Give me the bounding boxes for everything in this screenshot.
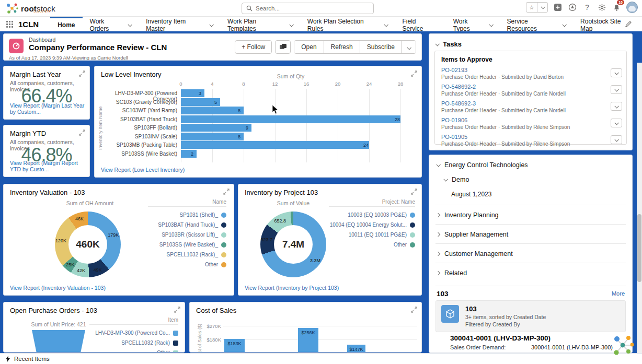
record-title[interactable]: 300041-0001 (LHV-D3-MP-300) xyxy=(450,334,551,342)
legend-entry[interactable]: SP103BAT (Hand Truck)_ xyxy=(148,220,226,230)
scrollbar-thumb[interactable] xyxy=(637,214,641,282)
refresh-button[interactable]: Refresh xyxy=(324,41,360,53)
legend-entry[interactable]: Other xyxy=(89,348,178,353)
legend-entry[interactable]: 10004 (EQ 10004 Energy Solut... xyxy=(329,220,415,230)
ect-section-supplier-management[interactable]: Supplier Management xyxy=(437,231,625,238)
bar-value-label: 28 xyxy=(395,117,400,122)
follow-button[interactable]: + Follow xyxy=(235,40,272,54)
task-meta: Purchase Order Header · Submitted by Dav… xyxy=(441,74,605,80)
tab-work-plan-templates[interactable]: Work Plan Templates xyxy=(220,17,300,31)
task-subject-link[interactable]: PO-02193 xyxy=(441,67,605,73)
task-row-actions-dropdown[interactable] xyxy=(611,102,622,111)
funnel-segment[interactable] xyxy=(32,330,85,353)
expand-icon[interactable] xyxy=(79,71,85,77)
legend-entry[interactable]: Other xyxy=(329,240,415,250)
ect-section-related[interactable]: Related xyxy=(437,269,625,277)
quick-create-button[interactable] xyxy=(553,3,563,12)
page-title: Company Performance Review - CLN xyxy=(29,43,167,52)
ect-header[interactable]: Energy Control Technologies xyxy=(437,161,625,169)
favorite-star-icon[interactable]: ☆ xyxy=(526,3,537,12)
legend-entry[interactable]: SP1031 (Shelf)_ xyxy=(148,210,226,220)
task-subject-link[interactable]: PO-01905 xyxy=(441,134,605,140)
bar[interactable] xyxy=(181,115,400,123)
task-item[interactable]: PO-548692-2Purchase Order Header · Submi… xyxy=(435,82,626,99)
legend-entry[interactable]: LHV-D3-MP-300 (Powered Co... xyxy=(89,328,178,338)
subscribe-button[interactable]: Subscribe xyxy=(360,41,402,53)
view-report-link[interactable]: View Report (Inventory Valuation - 103) xyxy=(10,285,106,291)
bar[interactable] xyxy=(181,107,244,114)
guidance-center-icon[interactable] xyxy=(568,3,577,12)
favorites-split-button[interactable]: ☆ xyxy=(526,2,548,13)
legend-label: 10004 (EQ 10004 Energy Solut... xyxy=(330,222,407,228)
tab-field-service[interactable]: Field Service xyxy=(395,17,445,31)
view-report-link[interactable]: View Report (Margin Last Year by Custom.… xyxy=(10,102,89,115)
task-item[interactable]: PO-01906Purchase Order Header · Submitte… xyxy=(435,115,626,132)
help-icon[interactable]: ? xyxy=(582,3,592,12)
ect-demo-item[interactable]: August 1,2023 xyxy=(451,191,625,198)
bar[interactable] xyxy=(181,150,197,158)
task-item[interactable]: PO-548692-3Purchase Order Header · Submi… xyxy=(435,99,626,115)
expand-icon[interactable] xyxy=(79,130,85,136)
tab-rootstock-site-map[interactable]: Rootstock Site Map xyxy=(573,17,642,31)
chevron-down-icon xyxy=(614,87,618,91)
recent-items-bar[interactable]: Recent Items xyxy=(0,353,642,364)
legend-label: SPCELL1032 (Rack) xyxy=(121,340,170,346)
legend-entry[interactable]: 10011 (EQ 10011 PG&E) xyxy=(329,230,415,240)
tab-home[interactable]: Home xyxy=(50,17,82,31)
task-row-actions-dropdown[interactable] xyxy=(611,85,622,94)
expand-icon[interactable] xyxy=(411,189,417,195)
slideshow-button[interactable] xyxy=(275,40,291,54)
legend-entry[interactable]: SP103BR (Scissor Lift)_ xyxy=(148,230,226,240)
bar-category-label: SP103SS (Wire Basket) xyxy=(95,151,177,157)
gridline xyxy=(223,326,417,326)
tab-service-resources[interactable]: Service Resources xyxy=(500,17,574,31)
more-actions-dropdown[interactable] xyxy=(402,41,416,53)
task-subject-link[interactable]: PO-01906 xyxy=(441,117,605,123)
legend-entry[interactable]: SPCELL1032 (Rack)_ xyxy=(148,250,226,260)
legend-entry[interactable]: SPCELL1032 (Rack) xyxy=(89,338,178,348)
task-row-actions-dropdown[interactable] xyxy=(611,135,622,144)
ect-section-inventory-planning[interactable]: Inventory Planning xyxy=(437,212,625,219)
setup-gear-icon[interactable] xyxy=(597,3,606,12)
more-link[interactable]: More xyxy=(612,290,625,297)
task-item[interactable]: PO-02193Purchase Order Header · Submitte… xyxy=(435,65,626,82)
tasks-header[interactable]: Tasks xyxy=(435,40,462,48)
tab-work-orders[interactable]: Work Orders xyxy=(83,17,139,31)
task-item[interactable]: PO-01905Purchase Order Header · Submitte… xyxy=(435,132,626,149)
expand-icon[interactable] xyxy=(223,189,230,195)
task-subject-link[interactable]: PO-548692-2 xyxy=(441,84,605,90)
tab-work-plan-selection-rules[interactable]: Work Plan Selection Rules xyxy=(300,17,395,31)
related-list-summary-card[interactable]: 103 3+ items, sorted by Created Date Fil… xyxy=(435,300,626,332)
task-row-actions-dropdown[interactable] xyxy=(611,68,622,77)
gridline xyxy=(306,89,307,162)
view-report-link[interactable]: View Report (Inventory by Project 103) xyxy=(245,285,339,291)
sidebar-scrollbar[interactable] xyxy=(637,63,642,364)
legend-entry[interactable]: 10003 (EQ 10003 PG&E) xyxy=(329,210,415,220)
legend-entry[interactable]: SP103SS (Wire Basket)_ xyxy=(148,240,226,250)
view-report-link[interactable]: View Report (Low Level Inventory) xyxy=(101,167,185,173)
global-search-input[interactable]: Search... xyxy=(242,3,374,14)
bar[interactable] xyxy=(181,124,251,132)
bar[interactable] xyxy=(181,133,244,140)
view-report-link[interactable]: View Report (Margin Report YTD by Custo.… xyxy=(10,160,89,172)
legend-label: Other xyxy=(157,350,170,353)
chevron-down-icon xyxy=(128,22,132,27)
app-launcher-icon[interactable] xyxy=(6,21,13,28)
ect-section-customer-management[interactable]: Customer Management xyxy=(437,250,625,257)
notifications-bell-icon[interactable]: 16 xyxy=(612,3,621,12)
tab-inventory-item-master[interactable]: Inventory Item Master xyxy=(139,17,220,31)
ect-demo-section[interactable]: Demo xyxy=(444,176,625,183)
view-all-link[interactable]: View All xyxy=(435,149,626,150)
task-subject-link[interactable]: PO-548692-3 xyxy=(441,100,605,107)
app-name[interactable]: 1CLN xyxy=(18,20,39,29)
task-row-actions-dropdown[interactable] xyxy=(611,119,622,127)
task-meta: Purchase Order Header · Submitted by Car… xyxy=(441,91,605,97)
edit-nav-pencil-icon[interactable] xyxy=(625,20,632,29)
tab-work-types[interactable]: Work Types xyxy=(446,17,500,31)
bar[interactable] xyxy=(181,141,369,149)
legend-entry[interactable]: Other xyxy=(148,260,226,269)
favorites-dropdown-icon[interactable] xyxy=(537,3,547,12)
user-avatar[interactable] xyxy=(626,2,638,13)
expand-icon[interactable] xyxy=(174,307,180,313)
open-button[interactable]: Open xyxy=(294,41,324,53)
